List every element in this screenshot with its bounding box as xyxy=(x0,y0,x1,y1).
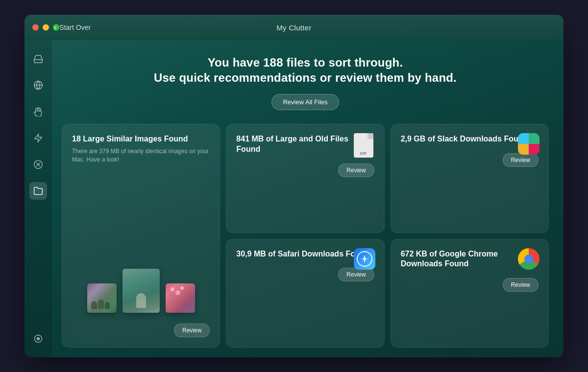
sidebar-item-hard-drive[interactable] xyxy=(29,50,47,68)
slack-quadrant-3 xyxy=(518,144,529,155)
card-large-old-files: 841 MB of Large and Old Files Found Revi… xyxy=(226,124,384,232)
content-area: You have 188 files to sort through. Use … xyxy=(52,40,564,357)
card-similar-images-title: 18 Large Similar Images Found xyxy=(72,134,210,144)
review-all-button[interactable]: Review All Files xyxy=(271,94,339,110)
slack-icon-visual xyxy=(518,133,539,155)
minimize-button[interactable] xyxy=(43,24,49,31)
thumbnail-3 xyxy=(166,283,195,313)
zip-file-icon xyxy=(354,133,375,155)
sidebar-item-hand[interactable] xyxy=(29,103,47,120)
app-window: ‹ Start Over My Clutter xyxy=(24,15,564,357)
svg-marker-9 xyxy=(361,255,368,263)
sidebar-item-settings[interactable] xyxy=(29,330,47,348)
cards-grid: 18 Large Similar Images Found There are … xyxy=(62,124,549,348)
image-thumbnails xyxy=(72,164,210,318)
hero-section: You have 188 files to sort through. Use … xyxy=(62,55,549,110)
hero-title-line1: You have 188 files to sort through. xyxy=(62,55,549,70)
review-button-safari-downloads[interactable]: Review xyxy=(338,268,374,281)
card-similar-images: 18 Large Similar Images Found There are … xyxy=(62,124,220,348)
photo-scene-2 xyxy=(122,269,160,313)
zip-icon-visual xyxy=(354,133,373,158)
slack-quadrant-4 xyxy=(529,144,539,155)
hero-title-line2: Use quick recommendations or review them… xyxy=(62,70,549,85)
safari-compass-visual xyxy=(357,251,372,267)
svg-point-8 xyxy=(37,338,40,340)
back-label: Start Over xyxy=(59,23,91,31)
card-similar-images-subtitle: There are 379 MB of nearly identical ima… xyxy=(72,147,210,164)
svg-point-1 xyxy=(40,61,41,62)
slack-app-icon xyxy=(518,133,539,155)
review-button-chrome-downloads[interactable]: Review xyxy=(503,278,539,292)
svg-rect-0 xyxy=(34,60,43,63)
safari-icon-visual xyxy=(354,248,375,270)
card-chrome-downloads: 672 KB of Google Chrome Downloads Found … xyxy=(391,239,549,348)
close-button[interactable] xyxy=(32,24,39,31)
card-safari-downloads: 30,9 MB of Safari Downloads Found Review xyxy=(226,239,384,348)
thumbnail-2 xyxy=(122,269,160,313)
review-button-similar-images[interactable]: Review xyxy=(174,324,210,337)
back-button[interactable]: ‹ Start Over xyxy=(54,23,91,32)
chrome-icon-visual xyxy=(518,248,539,270)
thumbnail-1 xyxy=(87,283,117,313)
review-button-slack-downloads[interactable]: Review xyxy=(503,153,539,167)
photo-scene-3 xyxy=(166,283,195,313)
slack-quadrant-1 xyxy=(518,133,529,144)
safari-app-icon xyxy=(354,248,375,270)
hero-title: You have 188 files to sort through. Use … xyxy=(62,55,549,85)
main-layout: You have 188 files to sort through. Use … xyxy=(24,40,564,357)
sidebar-item-lightning[interactable] xyxy=(29,129,47,147)
chrome-center-circle xyxy=(524,255,533,263)
sidebar-item-xcode[interactable] xyxy=(29,156,47,173)
svg-marker-3 xyxy=(35,134,42,142)
window-title: My Clutter xyxy=(276,23,311,32)
slack-quadrant-2 xyxy=(529,133,539,144)
photo-scene-1 xyxy=(87,283,117,313)
titlebar: ‹ Start Over My Clutter xyxy=(24,15,564,40)
sidebar-item-globe[interactable] xyxy=(29,76,47,94)
card-slack-downloads: 2,9 GB of Slack Downloads Found Review xyxy=(391,124,549,232)
chevron-left-icon: ‹ xyxy=(54,23,56,32)
sidebar xyxy=(24,40,52,357)
review-button-large-old-files[interactable]: Review xyxy=(338,163,374,177)
sidebar-item-folder[interactable] xyxy=(29,182,47,200)
safari-compass-svg xyxy=(359,253,370,265)
chrome-app-icon xyxy=(518,248,539,270)
